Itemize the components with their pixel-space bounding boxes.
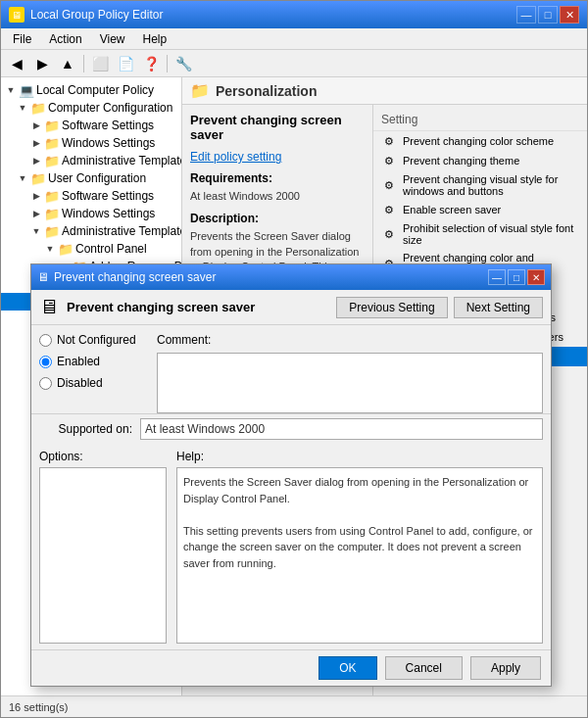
tree-item-admin-templates-2[interactable]: ▼ 📁 Administrative Templates [1,222,181,240]
tree-label: Administrative Templates [62,224,181,238]
tree-item-windows-settings-2[interactable]: ▶ 📁 Windows Settings [1,205,181,222]
maximize-button[interactable]: □ [538,6,558,24]
desc-title: Prevent changing screen saver [190,113,365,142]
ok-button[interactable]: OK [318,656,376,680]
expand-icon: ▼ [42,241,58,257]
menu-view[interactable]: View [92,30,133,48]
tree-icon: 📁 [58,241,74,257]
status-text: 16 setting(s) [9,701,69,713]
close-button[interactable]: ✕ [560,6,579,24]
next-setting-button[interactable]: Next Setting [454,297,543,318]
tree-label: Windows Settings [62,136,155,150]
tree-item-control-panel[interactable]: ▼ 📁 Control Panel [1,240,181,258]
radio-label-not-configured: Not Configured [57,333,136,347]
tree-label: Windows Settings [62,207,155,220]
properties-button[interactable]: 📄 [114,53,137,74]
expand-icon: ▼ [3,82,19,98]
radio-label-disabled: Disabled [57,376,103,390]
requirements-text: At least Windows 2000 [190,189,365,204]
filter-button[interactable]: 🔧 [172,53,195,74]
help-button[interactable]: ❓ [139,53,163,74]
setting-icon-0: ⚙ [381,134,397,148]
help-box: Prevents the Screen Saver dialog from op… [176,467,543,644]
tree-item-admin-templates-1[interactable]: ▶ 📁 Administrative Templates [1,152,181,169]
show-hide-button[interactable]: ⬜ [88,53,112,74]
prev-setting-button[interactable]: Previous Setting [336,297,447,318]
expand-icon: ▶ [28,135,44,151]
dialog-footer: OK Cancel Apply [31,649,551,686]
radio-group: Not Configured Enabled Disabled [39,333,147,413]
options-col: Options: [39,450,167,644]
minimize-button[interactable]: — [516,6,536,24]
supported-input[interactable] [140,418,543,440]
radio-not-configured[interactable]: Not Configured [39,333,147,347]
panel-header: 📁 Personalization [182,77,587,105]
settings-header: Setting [373,109,587,131]
dialog-sub-title: Prevent changing screen saver [67,300,255,314]
title-bar-buttons: — □ ✕ [516,6,579,24]
title-bar: 🖥 Local Group Policy Editor — □ ✕ [1,1,587,28]
tree-label: Local Computer Policy [36,83,154,97]
requirements-title: Requirements: [190,171,365,185]
radio-input-enabled[interactable] [39,356,52,368]
tree-item-local-computer-policy[interactable]: ▼ 💻 Local Computer Policy [1,81,181,99]
description-title: Description: [190,212,365,225]
expand-icon: ▼ [15,170,30,186]
radio-input-disabled[interactable] [39,377,52,390]
window-title: Local Group Policy Editor [30,8,163,22]
setting-item-0[interactable]: ⚙Prevent changing color scheme [373,131,587,151]
expand-icon: ▶ [28,206,44,221]
expand-icon: ▼ [28,223,44,239]
menu-help[interactable]: Help [135,30,175,48]
dialog-title-text: Prevent changing screen saver [54,270,216,284]
setting-icon-4: ⚙ [381,227,397,241]
dialog-window: 🖥 Prevent changing screen saver — □ ✕ 🖥 … [30,263,552,687]
apply-button[interactable]: Apply [470,656,541,680]
panel-header-icon: 📁 [190,81,210,100]
tree-icon: 💻 [19,82,34,98]
radio-input-not-configured[interactable] [39,334,52,347]
tree-icon: 📁 [44,135,60,151]
tree-icon: 📁 [30,170,46,186]
setting-item-4[interactable]: ⚙Prohibit selection of visual style font… [373,219,587,249]
expand-icon: ▼ [15,100,30,116]
edit-policy-link[interactable]: Edit policy setting [190,150,281,164]
expand-icon: ▶ [28,188,44,204]
comment-textarea[interactable] [157,353,543,413]
tree-icon: 📁 [44,118,60,133]
radio-enabled[interactable]: Enabled [39,355,147,368]
comment-label: Comment: [157,333,543,347]
panel-header-title: Personalization [216,83,317,99]
tree-icon: 📁 [30,100,46,116]
back-button[interactable]: ◀ [5,53,28,74]
menu-file[interactable]: File [5,30,39,48]
forward-button[interactable]: ▶ [30,53,54,74]
setting-label-3: Enable screen saver [403,204,501,215]
dialog-title-bar: 🖥 Prevent changing screen saver — □ ✕ [31,264,551,290]
setting-label-0: Prevent changing color scheme [403,135,554,147]
tree-item-software-settings-1[interactable]: ▶ 📁 Software Settings [1,117,181,134]
radio-disabled[interactable]: Disabled [39,376,147,390]
tree-label: Software Settings [62,189,154,203]
up-button[interactable]: ▲ [56,53,79,74]
setting-item-1[interactable]: ⚙Prevent changing theme [373,151,587,170]
supported-on-row: Supported on: [31,413,551,444]
help-text: Prevents the Screen Saver dialog from op… [183,474,536,571]
app-icon: 🖥 [9,7,24,23]
cancel-button[interactable]: Cancel [385,656,463,680]
dialog-close-button[interactable]: ✕ [527,269,545,285]
tree-item-software-settings-2[interactable]: ▶ 📁 Software Settings [1,187,181,205]
tree-label: User Configuration [48,171,146,185]
setting-item-2[interactable]: ⚙Prevent changing visual style for windo… [373,170,587,200]
tree-item-user-configuration[interactable]: ▼ 📁 User Configuration [1,169,181,187]
setting-item-3[interactable]: ⚙Enable screen saver [373,200,587,219]
menu-action[interactable]: Action [41,30,89,48]
dialog-title-icon: 🖥 [37,270,49,284]
setting-icon-1: ⚙ [381,154,397,168]
tree-icon: 📁 [44,223,60,239]
tree-item-windows-settings-1[interactable]: ▶ 📁 Windows Settings [1,134,181,152]
tree-item-computer-configuration[interactable]: ▼ 📁 Computer Configuration [1,99,181,117]
dialog-maximize-button[interactable]: □ [508,269,525,285]
dialog-sub-header: 🖥 Prevent changing screen saver Previous… [31,290,551,325]
dialog-minimize-button[interactable]: — [488,269,506,285]
